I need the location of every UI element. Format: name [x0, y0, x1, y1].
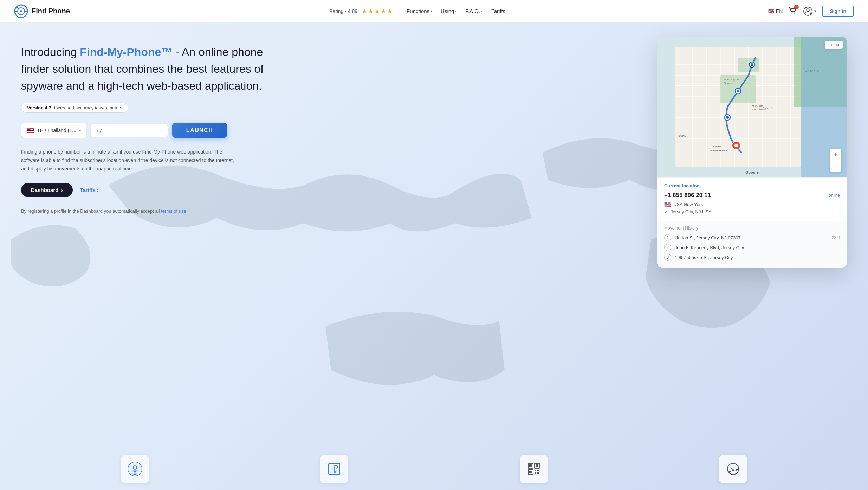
movement-history-label: Movement History	[664, 226, 840, 231]
movement-history: Movement History 1 Hutton St, Jersey Cit…	[657, 221, 847, 268]
rating-text: Rating - 4.89	[329, 8, 357, 14]
dashboard-button[interactable]: Dashboard ›	[21, 183, 73, 197]
movement-num-2: 2	[664, 244, 671, 251]
user-button[interactable]: ▾	[803, 6, 816, 16]
country-flag: 🇹🇭	[26, 127, 34, 134]
svg-point-36	[751, 63, 753, 66]
hero-description: Finding a phone by number is a minute af…	[21, 148, 239, 173]
nav-functions[interactable]: Functions ▾	[403, 6, 436, 16]
svg-rect-67	[535, 470, 536, 471]
svg-rect-32	[738, 58, 759, 72]
sign-in-button[interactable]: Sign in	[822, 6, 854, 17]
terms-text: By registering a profile in the Dashboar…	[21, 208, 267, 214]
phone-input[interactable]	[91, 124, 168, 137]
movement-address-2: John F. Kennedy Blvd, Jersey City	[675, 245, 744, 250]
location-pin-icon	[127, 460, 143, 477]
svg-point-55	[136, 470, 138, 472]
qr-code-icon	[525, 460, 542, 477]
bottom-icon-interactive-map[interactable]	[320, 455, 348, 483]
interactive-map-icon-container	[320, 455, 348, 483]
hero-left: Introducing Find-My-Phone™ - An online p…	[21, 44, 267, 214]
navbar: Find Phone Rating - 4.89 ★★★★★ Functions…	[0, 0, 868, 22]
hero-right: Washington Square SoHo	[267, 37, 847, 268]
tracked-phone-number: +1 855 896 20 11	[664, 192, 711, 199]
svg-rect-70	[537, 472, 539, 474]
svg-point-38	[737, 90, 739, 92]
qr-code-icon-container	[520, 455, 548, 483]
movement-num-1: 1	[664, 234, 671, 241]
svg-point-9	[804, 7, 812, 15]
tariffs-link[interactable]: Tariffs ›	[80, 187, 98, 193]
location-pin-icon-container	[121, 455, 149, 483]
tracking-icon-container	[719, 455, 747, 483]
cart-button[interactable]: 0	[788, 6, 797, 16]
map-overlay-label: r map	[825, 41, 843, 49]
country-select[interactable]: 🇹🇭 TH / Thailand (1... ▾	[21, 123, 86, 138]
svg-point-56	[132, 470, 134, 472]
svg-rect-66	[529, 471, 532, 473]
phone-number-row: +1 855 896 20 11 online	[664, 192, 840, 199]
user-icon	[803, 6, 813, 16]
svg-rect-62	[529, 464, 532, 467]
bottom-icons-row	[0, 448, 868, 490]
svg-text:LOWER: LOWER	[712, 145, 722, 148]
launch-button[interactable]: LAUNCH	[172, 123, 227, 138]
map-zoom-controls: + −	[830, 149, 841, 172]
nav-links: Functions ▾ Using ▾ F.A.Q. ▾ Tariffs	[403, 6, 509, 16]
movement-address-3: 199 Zabriskie St, Jersey City	[675, 255, 733, 260]
language-button[interactable]: 🇺🇸 EN	[768, 8, 783, 14]
card-info: Current location +1 855 896 20 11 online…	[657, 177, 847, 221]
google-watermark: Google	[745, 170, 759, 174]
chevron-icon: ▾	[430, 9, 432, 13]
svg-rect-69	[535, 472, 536, 474]
svg-point-60	[334, 472, 336, 473]
check-icon: ✓	[664, 209, 668, 214]
location-country-row: 🇺🇸 USA New York	[664, 201, 840, 208]
rating-stars: ★★★★★	[362, 7, 393, 15]
movement-km-1: 22.0	[832, 235, 840, 240]
location-district-row: ✓ Jersey City, NJ USA	[664, 209, 840, 214]
navbar-right: 🇺🇸 EN 0 ▾ Sign in	[768, 6, 854, 17]
zoom-in-button[interactable]: +	[830, 149, 841, 160]
movement-address-1: Hutton St, Jersey City, NJ 07307	[675, 235, 741, 240]
bottom-icon-tracking[interactable]	[719, 455, 747, 483]
movement-item-2: 2 John F. Kennedy Blvd, Jersey City	[664, 244, 840, 251]
bottom-icon-qr[interactable]	[520, 455, 548, 483]
svg-rect-64	[536, 464, 538, 467]
nav-faq[interactable]: F.A.Q. ▾	[462, 6, 486, 16]
zoom-out-button[interactable]: −	[830, 160, 841, 172]
navbar-center: Rating - 4.89 ★★★★★ Functions ▾ Using ▾ …	[329, 6, 509, 16]
svg-point-6	[20, 10, 22, 12]
svg-text:Square: Square	[724, 82, 733, 85]
map-svg: Washington Square SoHo	[657, 37, 847, 177]
logo-link[interactable]: Find Phone	[14, 4, 70, 18]
hero-actions: Dashboard › Tariffs ›	[21, 183, 267, 197]
chevron-icon: ▾	[481, 9, 483, 13]
brand-link[interactable]: Find-My-Phone™	[80, 46, 172, 58]
nav-tariffs[interactable]: Tariffs	[488, 6, 509, 16]
movement-num-3: 3	[664, 254, 671, 261]
location-city: USA New York	[673, 202, 703, 207]
nav-using[interactable]: Using ▾	[437, 6, 460, 16]
svg-point-40	[726, 116, 729, 119]
svg-text:ICE CREAM: ICE CREAM	[752, 108, 766, 111]
map-card: Washington Square SoHo	[657, 37, 847, 268]
hero-section: Introducing Find-My-Phone™ - An online p…	[0, 22, 868, 490]
interactive-map-icon	[326, 460, 343, 477]
svg-point-74	[736, 469, 738, 471]
svg-point-10	[807, 9, 809, 12]
movement-item-3: 3 199 Zabriskie St, Jersey City	[664, 254, 840, 261]
svg-text:SoHo: SoHo	[678, 134, 687, 137]
country-flag-icon: 🇺🇸	[664, 201, 671, 208]
svg-point-59	[335, 465, 338, 468]
terms-link[interactable]: terms of use.	[161, 208, 187, 214]
svg-rect-68	[537, 470, 539, 471]
dropdown-arrow-icon: ▾	[79, 128, 81, 133]
hero-title: Introducing Find-My-Phone™ - An online p…	[21, 44, 267, 94]
svg-point-7	[792, 13, 793, 14]
svg-point-42	[734, 144, 738, 147]
bottom-icon-location[interactable]	[121, 455, 149, 483]
cart-count: 0	[794, 5, 799, 9]
svg-text:MANHATTAN: MANHATTAN	[710, 149, 727, 152]
current-location-label: Current location	[664, 183, 840, 188]
